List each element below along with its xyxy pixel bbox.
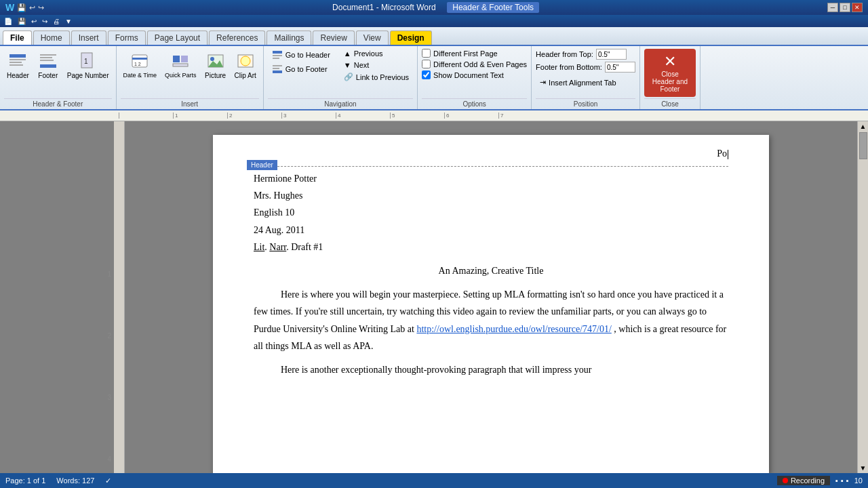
scroll-up-button[interactable]: ▲	[858, 121, 868, 131]
ruler-marks: 1 2 3 4 5 6 7	[119, 113, 661, 119]
ruler-mark-1: 1	[173, 113, 227, 119]
close-button[interactable]: ✕	[852, 3, 863, 12]
scroll-gutter-left	[114, 121, 125, 473]
show-document-text-option[interactable]: Show Document Text	[422, 70, 527, 79]
date-time-btn-label: Date & Time	[123, 72, 157, 79]
different-first-page-checkbox[interactable]	[422, 49, 431, 58]
recording-badge: Recording	[777, 476, 830, 485]
ruler: 1 2 3 4 5 6 7	[0, 110, 868, 121]
qa-redo-icon[interactable]: ↪	[41, 17, 49, 26]
svg-rect-21	[273, 51, 282, 54]
web-layout-icon[interactable]: ▪	[846, 476, 849, 485]
tab-design[interactable]: Design	[390, 30, 432, 45]
print-layout-icon[interactable]: ▪	[835, 476, 838, 485]
ribbon-group-insert-content: 1 2 Date & Time Quick Parts Picture	[121, 49, 259, 97]
tab-insert[interactable]: Insert	[71, 30, 106, 45]
different-first-page-label: Different First Page	[433, 49, 498, 58]
page-info: Page: 1 of 1	[5, 476, 45, 485]
picture-button[interactable]: Picture	[202, 49, 229, 81]
go-to-header-button[interactable]: Go to Header	[268, 49, 334, 61]
svg-text:1 2: 1 2	[134, 62, 141, 66]
footer-from-bottom-row: Footer from Bottom:	[536, 62, 635, 73]
maximize-button[interactable]: □	[840, 3, 850, 12]
quick-parts-btn-label: Quick Parts	[165, 72, 197, 79]
header-icon	[7, 50, 28, 72]
different-odd-even-option[interactable]: Different Odd & Even Pages	[422, 60, 527, 68]
footer-icon	[37, 50, 59, 72]
document-area[interactable]: Po Header Hermione Potter Mrs. Hughes En…	[125, 121, 857, 473]
redo-icon[interactable]: ↪	[38, 3, 44, 12]
scroll-down-button[interactable]: ▼	[858, 463, 868, 473]
svg-rect-2	[9, 62, 22, 63]
svg-rect-11	[132, 58, 147, 60]
qa-file-icon[interactable]: 📄	[3, 17, 14, 26]
title-bar-left: W 💾 ↩ ↪	[5, 2, 44, 13]
go-to-footer-button[interactable]: Go to Footer	[268, 63, 334, 75]
word-icon: W	[5, 2, 14, 13]
paragraph-1: Here is where you will begin your master…	[254, 286, 728, 354]
different-odd-even-checkbox[interactable]	[422, 60, 431, 68]
scroll-thumb[interactable]	[859, 132, 867, 159]
scroll-bar-right[interactable]: ▲ ▼	[857, 121, 868, 473]
date-time-icon: 1 2	[129, 50, 151, 72]
header-button[interactable]: Header	[4, 49, 32, 81]
ruler-mark-4: 4	[336, 113, 390, 119]
qa-customize-icon[interactable]: ▼	[64, 17, 73, 26]
qa-save-icon[interactable]: 💾	[16, 17, 27, 26]
minimize-button[interactable]: ─	[827, 3, 838, 12]
ribbon-group-navigation-content: Go to Header Go to Footer ▲ Previous ▼ N…	[268, 49, 413, 97]
previous-button[interactable]: ▲ Previous	[340, 49, 413, 58]
document-content[interactable]: Hermione Potter Mrs. Hughes English 10 2…	[254, 170, 728, 378]
purdue-link[interactable]: http://owl.english.purdue.edu/owl/resour…	[416, 324, 611, 334]
show-document-text-label: Show Document Text	[433, 71, 504, 79]
link-icon: 🔗	[344, 73, 353, 81]
assignment-line: Lit. Narr. Draft #1	[254, 239, 728, 256]
proofing-icon: ✓	[105, 476, 111, 485]
date-time-button[interactable]: 1 2 Date & Time	[121, 49, 160, 80]
undo-icon[interactable]: ↩	[29, 3, 35, 12]
page-number-text: Po	[717, 148, 727, 159]
footer-from-bottom-label: Footer from Bottom:	[536, 63, 602, 71]
tab-review[interactable]: Review	[313, 30, 354, 45]
go-to-footer-label: Go to Footer	[285, 65, 328, 73]
ribbon-group-close: ✕ Close Header and Footer Close	[640, 46, 701, 109]
tab-view[interactable]: View	[356, 30, 389, 45]
main-area: 1 2 3 4 Po Header Hermione Potter Mrs. H…	[0, 121, 868, 473]
insert-alignment-tab-label: Insert Alignment Tab	[549, 79, 616, 87]
tab-forms[interactable]: Forms	[108, 30, 146, 45]
footer-from-bottom-input[interactable]	[605, 62, 635, 73]
quick-access-toolbar: 📄 💾 ↩ ↪ 🖨 ▼	[0, 15, 868, 27]
page-margin-left: 1 2 3 4	[0, 121, 114, 473]
next-label: Next	[354, 61, 370, 69]
word-count: Words: 127	[56, 476, 94, 485]
page-number-button[interactable]: 1 Page Number	[64, 49, 112, 81]
close-header-footer-button[interactable]: ✕ Close Header and Footer	[644, 49, 696, 97]
next-button[interactable]: ▼ Next	[340, 60, 413, 70]
quick-save-icon[interactable]: 💾	[17, 3, 26, 12]
header-from-top-input[interactable]	[596, 49, 627, 60]
ruler-mark-6: 6	[444, 113, 498, 119]
tab-file[interactable]: File	[3, 30, 32, 45]
tab-references[interactable]: References	[209, 30, 265, 45]
header-from-top-row: Header from Top:	[536, 49, 635, 60]
header-footer-tools-label: Header & Footer Tools	[447, 2, 539, 13]
quick-parts-button[interactable]: Quick Parts	[162, 49, 199, 80]
alignment-icon: ⇥	[540, 78, 546, 87]
footer-button[interactable]: Footer	[35, 49, 62, 81]
full-screen-icon[interactable]: ▪	[841, 476, 844, 485]
page-number-btn-label: Page Number	[67, 72, 109, 79]
link-to-previous-button[interactable]: 🔗 Link to Previous	[340, 72, 413, 82]
insert-alignment-tab-button[interactable]: ⇥ Insert Alignment Tab	[536, 77, 635, 87]
tab-page-layout[interactable]: Page Layout	[147, 30, 208, 45]
qa-print-icon[interactable]: 🖨	[52, 17, 61, 26]
ruler-mark-7: 7	[498, 113, 553, 119]
ribbon-group-insert: 1 2 Date & Time Quick Parts Picture	[117, 46, 264, 109]
picture-btn-label: Picture	[205, 72, 226, 79]
tab-mailings[interactable]: Mailings	[267, 30, 311, 45]
qa-undo-icon[interactable]: ↩	[30, 17, 38, 26]
position-group-label: Position	[536, 98, 635, 108]
tab-home[interactable]: Home	[33, 30, 70, 45]
clip-art-button[interactable]: Clip Art	[232, 49, 259, 81]
different-first-page-option[interactable]: Different First Page	[422, 49, 527, 58]
show-document-text-checkbox[interactable]	[422, 70, 431, 79]
